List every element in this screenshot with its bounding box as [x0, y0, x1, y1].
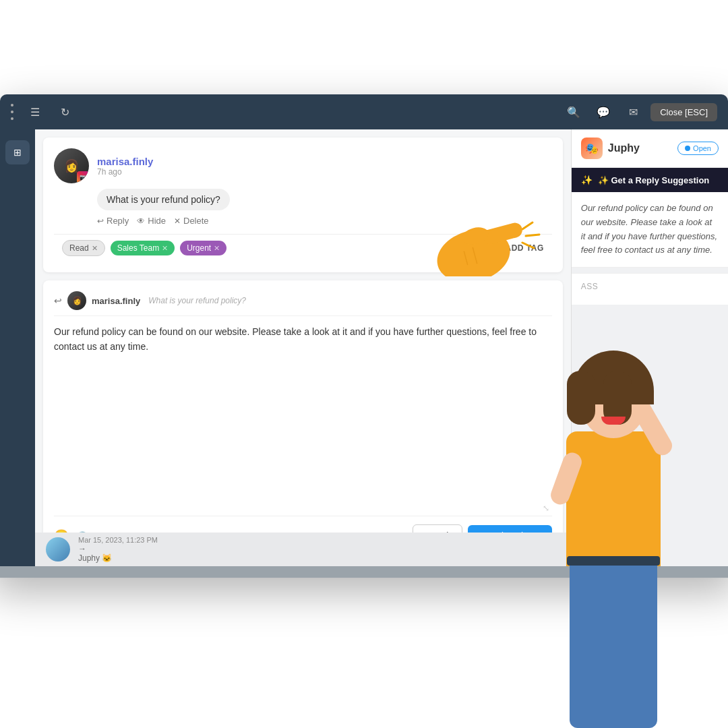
bottom-avatar — [46, 537, 70, 562]
suggestion-text: Our refund policy can be found on our we… — [581, 203, 717, 255]
juphy-name-label: Juphy — [608, 142, 640, 154]
ai-suggestion-banner[interactable]: ✨ ✨ Get a Reply Suggestion — [572, 168, 728, 192]
juphy-logo: 🎭 — [581, 138, 603, 159]
reply-textarea-wrapper: ⤡ — [54, 324, 552, 516]
bottom-meta: Mar 15, 2023, 11:23 PM → Juphy 🐱 — [78, 536, 158, 563]
delete-action-btn[interactable]: ✕ Delete — [174, 216, 209, 226]
right-panel: 🎭 Juphy Open ✨ ✨ Get a Reply Suggestion … — [571, 129, 728, 566]
conversation-panel: 👩 📷 marisa.finly 7h ago What is your ref… — [35, 129, 571, 566]
add-tag-button[interactable]: ADD TAG — [505, 243, 543, 253]
ai-banner-label: ✨ Get a Reply Suggestion — [598, 175, 710, 185]
message-header: 👩 📷 marisa.finly 7h ago — [54, 148, 552, 183]
menu-dots-icon[interactable] — [11, 104, 16, 120]
tag-read-remove[interactable]: ✕ — [92, 244, 98, 253]
time-ago: 7h ago — [97, 167, 153, 177]
reply-icon: ↩ — [97, 216, 104, 226]
resize-handle-icon: ⤡ — [543, 504, 549, 513]
bottom-arrow: → — [78, 544, 158, 553]
tag-sales-label: Sales Team — [117, 243, 159, 253]
hide-label: Hide — [148, 216, 166, 226]
delete-icon: ✕ — [174, 216, 181, 226]
search-icon[interactable]: 🔍 — [562, 100, 586, 124]
tag-urgent-label: Urgent — [187, 243, 211, 253]
hide-icon: 👁 — [137, 216, 145, 226]
tag-urgent-remove[interactable]: ✕ — [214, 244, 220, 253]
assign-section: Ass — [572, 273, 728, 305]
hide-action-btn[interactable]: 👁 Hide — [137, 216, 166, 226]
avatar: 👩 📷 — [54, 148, 89, 183]
message-card: 👩 📷 marisa.finly 7h ago What is your ref… — [43, 138, 563, 272]
reply-arrow-icon: ↩ — [54, 295, 62, 306]
refresh-icon[interactable]: ↻ — [54, 101, 75, 123]
tag-read[interactable]: Read ✕ — [62, 240, 105, 256]
open-dot-icon — [685, 146, 690, 151]
message-icon[interactable]: ✉ — [621, 100, 645, 124]
open-label: Open — [693, 144, 711, 152]
reply-area: ↩ 👩 marisa.finly What is your refund pol… — [43, 280, 563, 558]
reply-quote: What is your refund policy? — [148, 296, 246, 305]
bottom-conversation-bar: Mar 15, 2023, 11:23 PM → Juphy 🐱 — [35, 533, 598, 566]
reply-textarea[interactable] — [54, 324, 552, 419]
instagram-badge: 📷 — [77, 171, 89, 183]
toolbar: ☰ ↻ 🔍 💬 ✉ Close [ESC] — [0, 94, 728, 129]
message-meta: marisa.finly 7h ago — [97, 156, 153, 177]
juphy-header: 🎭 Juphy Open — [572, 129, 728, 168]
reply-avatar: 👩 — [67, 291, 86, 310]
reply-label: Reply — [107, 216, 129, 226]
tag-sales[interactable]: Sales Team ✕ — [111, 241, 175, 255]
sender-username: marisa.finly — [97, 156, 153, 167]
reply-action-btn[interactable]: ↩ Reply — [97, 216, 129, 226]
close-esc-button[interactable]: Close [ESC] — [650, 103, 717, 121]
tags-area: Read ✕ Sales Team ✕ Urgent ✕ ADD TAG — [54, 234, 552, 262]
assign-title: Ass — [581, 282, 719, 291]
tag-read-label: Read — [69, 243, 89, 253]
list-icon[interactable]: ☰ — [24, 101, 46, 123]
reply-header: ↩ 👩 marisa.finly What is your refund pol… — [54, 291, 552, 316]
bottom-name: Juphy 🐱 — [78, 553, 158, 563]
tag-urgent[interactable]: Urgent ✕ — [180, 241, 226, 255]
toolbar-right: 🔍 💬 ✉ Close [ESC] — [562, 100, 717, 124]
delete-label: Delete — [183, 216, 209, 226]
chat-icon[interactable]: 💬 — [591, 100, 615, 124]
suggestion-content: Our refund policy can be found on our we… — [572, 192, 728, 268]
message-actions: ↩ Reply 👁 Hide ✕ Delete — [97, 216, 552, 226]
reply-username: marisa.finly — [92, 296, 140, 306]
sparkle-icon: ✨ — [581, 175, 593, 185]
tag-sales-remove[interactable]: ✕ — [162, 244, 168, 253]
bottom-date: Mar 15, 2023, 11:23 PM — [78, 536, 158, 544]
open-status-badge: Open — [677, 142, 719, 155]
main-content: 👩 📷 marisa.finly 7h ago What is your ref… — [0, 129, 728, 566]
message-bubble: What is your refund policy? — [97, 189, 230, 210]
